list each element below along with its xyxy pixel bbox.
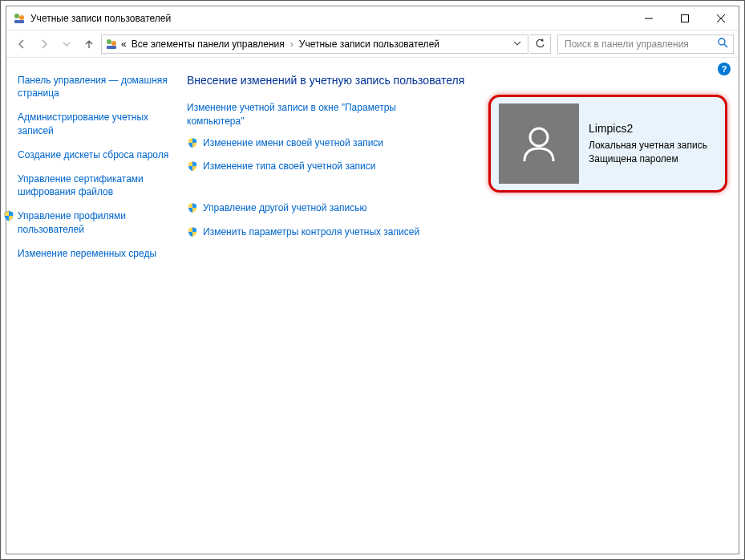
breadcrumb-separator: › [288,39,296,50]
up-button[interactable] [79,34,99,55]
sidebar: Панель управления — домашняя страница Ад… [6,63,179,554]
sidebar-item-password-reset-disk[interactable]: Создание дискеты сброса пароля [18,148,172,161]
address-dropdown[interactable] [510,39,524,50]
window-inner: Учетные записи пользователей [6,6,739,554]
window-title: Учетные записи пользователей [30,13,630,24]
recent-dropdown[interactable] [56,34,77,55]
avatar [499,103,579,184]
shield-icon [187,226,198,241]
svg-point-8 [111,41,116,46]
sidebar-item-home[interactable]: Панель управления — домашняя страница [18,74,172,99]
content: Внесение изменений в учетную запись поль… [179,63,739,554]
sidebar-item-label: Создание дискеты сброса пароля [18,148,168,161]
action-manage-other[interactable]: Управление другой учетной записью [187,201,427,217]
search-bar[interactable] [557,34,734,54]
svg-point-12 [530,128,548,146]
svg-rect-4 [681,14,688,22]
titlebar: Учетные записи пользователей [6,6,739,30]
forward-button[interactable] [34,34,55,55]
shield-icon [187,160,198,176]
address-bar[interactable]: « Все элементы панели управления › Учетн… [101,34,528,54]
account-card[interactable]: Limpics2 Локальная учетная запись Защище… [488,95,727,193]
action-label: Изменение имени своей учетной записи [203,136,383,150]
breadcrumb-root-indicator: « [119,39,128,50]
svg-rect-9 [107,46,116,49]
account-name: Limpics2 [589,121,707,137]
sidebar-item-label: Администрирование учетных записей [18,111,172,136]
sidebar-item-label: Изменение переменных среды [18,247,156,260]
action-label: Изменение типа своей учетной записи [203,160,375,173]
sidebar-item-label: Панель управления — домашняя страница [18,74,172,99]
svg-line-11 [724,44,727,47]
search-input[interactable] [563,38,717,51]
svg-point-7 [107,39,111,44]
body: ? Панель управления — домашняя страница … [6,58,739,554]
account-info: Limpics2 Локальная учетная запись Защище… [589,121,707,165]
sidebar-item-admin-accounts[interactable]: Администрирование учетных записей [18,111,172,136]
shield-icon [187,202,198,217]
action-label: Управление другой учетной записью [203,201,366,215]
action-list: Изменение учетной записи в окне "Парамет… [187,101,427,241]
sidebar-item-user-profiles[interactable]: Управление профилями пользователей [18,209,172,235]
action-change-name[interactable]: Изменение имени своей учетной записи [187,136,427,152]
page-heading: Внесение изменений в учетную запись поль… [187,74,724,87]
maximize-button[interactable] [666,6,702,30]
breadcrumb-item[interactable]: Все элементы панели управления [130,39,286,50]
action-change-type[interactable]: Изменение типа своей учетной записи [187,160,427,176]
shield-icon [187,137,198,152]
refresh-button[interactable] [530,34,551,54]
action-label: Изменение учетной записи в окне "Парамет… [187,101,427,128]
navbar: « Все элементы панели управления › Учетн… [6,30,739,58]
sidebar-item-encryption-certs[interactable]: Управление сертификатами шифрования файл… [18,172,172,198]
minimize-button[interactable] [630,6,666,30]
window-controls [630,6,739,30]
action-change-in-settings[interactable]: Изменение учетной записи в окне "Парамет… [187,101,427,128]
location-icon [105,38,118,51]
sidebar-item-label: Управление профилями пользователей [18,209,172,235]
account-protection: Защищена паролем [589,152,707,166]
back-button[interactable] [11,34,32,55]
window-frame: Учетные записи пользователей [0,0,745,560]
svg-point-10 [719,39,725,45]
action-uac-settings[interactable]: Изменить параметры контроля учетных запи… [187,225,427,241]
action-label: Изменить параметры контроля учетных запи… [203,225,419,239]
app-icon [13,12,26,25]
account-type: Локальная учетная запись [589,139,707,152]
svg-point-0 [14,14,19,18]
spacer [187,184,427,201]
close-button[interactable] [702,6,739,30]
breadcrumb-item[interactable]: Учетные записи пользователей [298,39,441,50]
svg-rect-2 [14,20,24,23]
shield-icon [3,210,14,225]
search-icon[interactable] [717,37,728,51]
sidebar-item-label: Управление сертификатами шифрования файл… [18,172,172,198]
sidebar-item-env-vars[interactable]: Изменение переменных среды [18,247,172,260]
svg-point-1 [19,15,24,20]
